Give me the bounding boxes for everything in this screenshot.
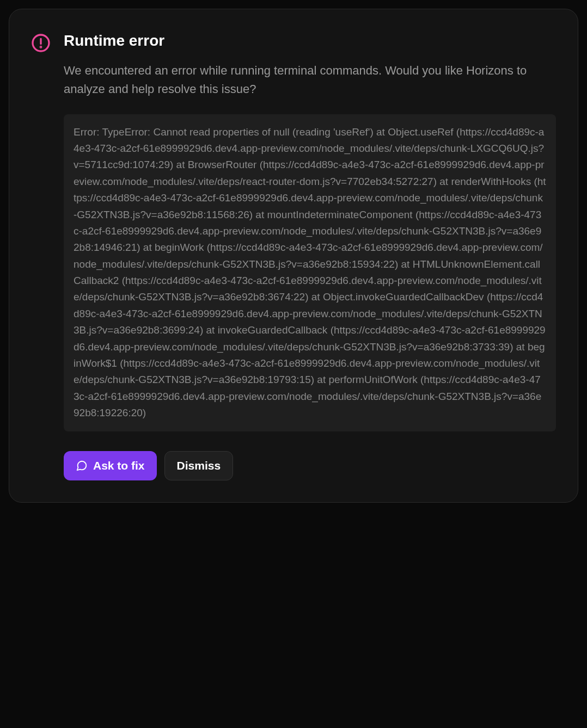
ask-to-fix-label: Ask to fix [93,459,145,472]
ask-to-fix-button[interactable]: Ask to fix [64,451,157,480]
button-row: Ask to fix Dismiss [64,451,556,480]
stack-trace-box: Error: TypeError: Cannot read properties… [64,114,556,431]
chat-bubble-icon [76,460,88,472]
dismiss-label: Dismiss [177,459,221,472]
icon-column [31,31,51,480]
runtime-error-panel: Runtime error We encountered an error wh… [9,9,578,503]
error-description: We encountered an error while running te… [64,61,556,98]
error-title: Runtime error [64,31,556,51]
svg-point-2 [40,47,41,48]
alert-circle-icon [31,33,51,53]
dismiss-button[interactable]: Dismiss [164,451,234,480]
content-column: Runtime error We encountered an error wh… [64,31,556,480]
stack-trace-text: Error: TypeError: Cannot read properties… [74,124,546,422]
